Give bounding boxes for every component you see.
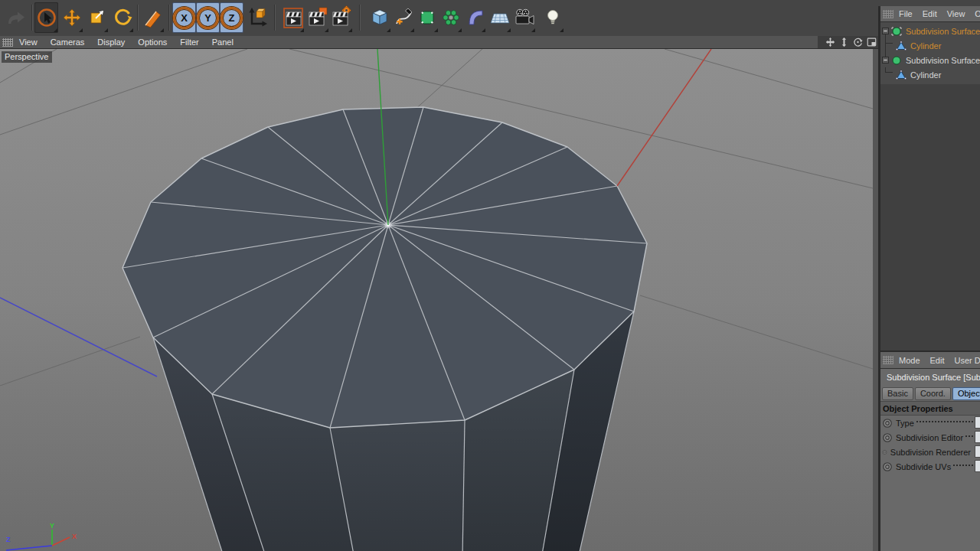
keyframe-circle-icon[interactable]	[882, 418, 893, 429]
clipped-value-control[interactable]	[975, 416, 980, 429]
add-cube-button[interactable]	[368, 2, 391, 33]
om-menu-objects[interactable]: Objects	[975, 9, 980, 18]
object-manager-tree: Subdivision Surface.1 Cylinder	[880, 22, 980, 84]
collapse-icon[interactable]	[882, 57, 889, 64]
lock-z-button[interactable]: Z	[220, 2, 243, 33]
attribute-manager-body: Subdivision Surface [Subdivision Surface…	[880, 369, 980, 551]
render-settings-button[interactable]	[329, 2, 353, 33]
dotted-leader	[953, 465, 973, 466]
property-row-subdivide-uvs[interactable]: Subdivide UVs	[880, 459, 980, 474]
om-menu-edit[interactable]: Edit	[923, 9, 937, 18]
move-button[interactable]	[60, 2, 83, 33]
tree-item-label: Subdivision Surface.1	[906, 27, 980, 36]
orbit-icon[interactable]	[852, 37, 864, 47]
add-camera-icon	[513, 5, 536, 31]
view-label[interactable]: Perspective	[2, 51, 52, 63]
property-label: Subdivision Editor	[896, 433, 963, 442]
section-header[interactable]: Object Properties	[880, 401, 980, 416]
right-panel: File Edit View Objects	[880, 6, 980, 551]
render-picture-viewer-icon	[306, 4, 329, 31]
grip-icon[interactable]	[883, 356, 893, 364]
render-settings-icon	[330, 4, 353, 31]
collapse-icon[interactable]	[882, 28, 889, 34]
object-title: Subdivision Surface [Subdivision Surface…	[887, 373, 980, 382]
dolly-icon[interactable]	[838, 37, 850, 47]
keyframe-circle-icon[interactable]	[882, 432, 893, 443]
tab-coord[interactable]: Coord.	[915, 387, 951, 400]
grip-icon[interactable]	[883, 10, 893, 18]
coordinate-system-button[interactable]	[244, 2, 268, 33]
scale-icon	[86, 5, 109, 31]
add-light-icon	[541, 5, 564, 31]
clipped-value-control[interactable]	[975, 445, 980, 458]
grip-icon[interactable]	[2, 38, 13, 47]
rotate-button[interactable]	[110, 2, 134, 33]
property-row-subdivision-editor[interactable]: Subdivision Editor	[880, 430, 980, 445]
menu-view[interactable]: View	[19, 37, 38, 47]
viewport-menubar: View Cameras Display Options Filter Pane…	[0, 36, 880, 49]
add-floor-button[interactable]	[488, 2, 511, 33]
tab-basic[interactable]: Basic	[882, 387, 913, 400]
move-icon	[60, 5, 83, 31]
add-spline-icon	[392, 5, 415, 31]
perspective-viewport[interactable]: Y X Z Perspective	[0, 49, 873, 551]
add-bend-icon	[463, 5, 486, 31]
property-label: Subdivision Renderer	[890, 448, 971, 457]
menu-cameras[interactable]: Cameras	[51, 37, 85, 47]
tree-item-label: Subdivision Surface	[906, 56, 980, 65]
lock-x-button[interactable]: X	[172, 2, 196, 33]
pan-icon[interactable]	[825, 37, 836, 47]
main-toolbar: X Y Z	[0, 0, 980, 37]
property-label: Subdivide UVs	[896, 462, 951, 471]
lock-y-button[interactable]: Y	[196, 2, 220, 33]
panel-resize-gutter[interactable]	[873, 49, 878, 551]
knife-button[interactable]	[141, 2, 165, 33]
keyframe-circle-icon[interactable]	[882, 461, 893, 472]
keyframe-circle-icon[interactable]	[882, 447, 887, 458]
tree-item-label: Cylinder	[910, 70, 941, 80]
menu-display[interactable]: Display	[97, 37, 125, 47]
add-array-icon	[439, 5, 462, 31]
render-picture-viewer-button[interactable]	[305, 2, 329, 33]
menu-filter[interactable]: Filter	[180, 37, 198, 47]
tree-row-cylinder-1[interactable]: Cylinder	[880, 38, 980, 53]
clipped-value-control[interactable]	[975, 431, 980, 443]
clipped-value-control[interactable]	[975, 460, 980, 472]
add-spline-button[interactable]	[391, 2, 415, 33]
live-selection-button[interactable]	[34, 2, 58, 33]
live-selection-icon	[35, 5, 58, 31]
cinema4d-window: X Y Z	[0, 0, 980, 551]
section-title: Object Properties	[883, 404, 953, 413]
om-menu-view[interactable]: View	[947, 9, 965, 18]
cylinder-icon	[895, 70, 907, 80]
menu-panel[interactable]: Panel	[212, 37, 234, 47]
tab-object[interactable]: Object	[952, 387, 980, 400]
add-camera-button[interactable]	[512, 2, 536, 33]
scale-button[interactable]	[85, 2, 109, 33]
render-view-button[interactable]	[281, 2, 305, 33]
tree-row-cylinder-2[interactable]: Cylinder	[880, 67, 980, 82]
property-label: Type	[896, 419, 914, 428]
redo-button[interactable]	[3, 2, 27, 33]
add-bend-button[interactable]	[462, 2, 486, 33]
subdivision-surface-icon	[890, 26, 903, 37]
gizmo-z-label: Z	[6, 536, 11, 543]
tree-row-subdivision-surface-1[interactable]: Subdivision Surface.1	[880, 24, 980, 38]
menu-options[interactable]: Options	[138, 37, 167, 47]
am-menu-edit[interactable]: Edit	[930, 356, 945, 365]
object-title-row: Subdivision Surface [Subdivision Surface…	[880, 369, 980, 386]
add-cube-icon	[368, 5, 391, 31]
property-row-subdivision-renderer[interactable]: Subdivision Renderer	[880, 445, 980, 459]
property-row-type[interactable]: Type	[880, 416, 980, 430]
add-subdivision-surface-button[interactable]	[415, 2, 439, 33]
om-menu-file[interactable]: File	[899, 9, 913, 18]
dotted-leader	[916, 421, 973, 422]
am-menu-user-data[interactable]: User Data	[955, 356, 980, 365]
cylinder-icon	[895, 41, 907, 51]
am-menu-mode[interactable]: Mode	[899, 356, 920, 365]
rotate-icon	[111, 5, 134, 31]
toggle-view-icon[interactable]	[866, 37, 877, 47]
add-array-button[interactable]	[439, 2, 462, 33]
tree-row-subdivision-surface-2[interactable]: Subdivision Surface	[880, 53, 980, 67]
add-light-button[interactable]	[541, 2, 564, 33]
